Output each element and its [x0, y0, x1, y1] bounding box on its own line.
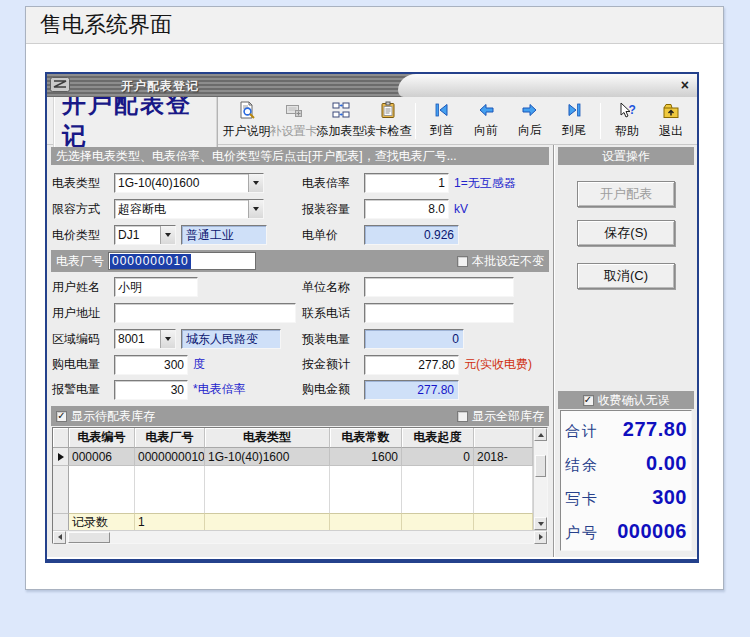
batch-fixed-checkbox[interactable]	[457, 256, 468, 267]
open-account-help-button[interactable]: 开户说明	[223, 99, 270, 143]
record-count-label: 记录数	[69, 513, 135, 530]
save-button[interactable]: 保存(S)	[577, 220, 675, 246]
col-header-start-reading: 电表起度	[402, 428, 474, 448]
toolbar-separator	[600, 103, 601, 139]
form-row: 报警电量 *电表倍率 购电金额 277.80	[52, 377, 548, 402]
write-card-value: 300	[652, 486, 687, 509]
show-pending-checkbox[interactable]	[56, 411, 67, 422]
scroll-right-icon[interactable]	[534, 531, 547, 544]
toolbar-label: 补设置卡	[270, 123, 318, 140]
hint-bar: 先选择电表类型、电表倍率、电价类型等后点击[开户配表]，查找电表厂号...	[51, 147, 549, 165]
last-record-icon	[565, 102, 583, 121]
form-row: 购电电量 度 按金额计 元(实收电费)	[52, 352, 548, 377]
alarm-qty-note: *电表倍率	[193, 381, 246, 398]
dialog-content: 先选择电表类型、电表倍率、电价类型等后点击[开户配表]，查找电表厂号... 电表…	[47, 145, 697, 557]
factory-no-input[interactable]: 0000000010	[108, 252, 256, 270]
next-record-icon	[521, 102, 539, 121]
cell-factory-no: 0000000010	[135, 448, 205, 466]
table-empty-area	[53, 466, 533, 513]
inventory-table: 电表编号 电表厂号 电表类型 电表常数 电表起度 000006 00000000	[52, 427, 548, 544]
add-meter-type-button[interactable]: 添加表型	[317, 99, 364, 143]
vertical-scroll-thumb[interactable]	[535, 455, 546, 477]
price-type-desc: 普通工业	[181, 225, 267, 245]
cell-constant: 1600	[330, 448, 402, 466]
org-name-input[interactable]	[364, 277, 514, 297]
by-amount-input[interactable]	[364, 355, 459, 375]
chevron-down-icon[interactable]	[248, 200, 263, 218]
row-marker-icon	[58, 453, 64, 461]
table-header-row: 电表编号 电表厂号 电表类型 电表常数 电表起度	[53, 428, 533, 448]
actions-header-bar: 设置操作	[558, 147, 694, 165]
scroll-left-icon[interactable]	[53, 531, 66, 544]
capacity-input[interactable]	[364, 199, 449, 219]
fee-confirm-checkbox[interactable]	[583, 395, 594, 406]
scroll-up-icon[interactable]	[534, 428, 547, 441]
go-next-button[interactable]: 向后	[508, 99, 552, 143]
titlebar-swoosh	[398, 74, 697, 97]
go-last-button[interactable]: 到尾	[552, 99, 596, 143]
unit-price-display: 0.926	[364, 225, 459, 245]
buy-amount-label: 购电金额	[302, 381, 364, 398]
chevron-down-icon[interactable]	[248, 174, 263, 192]
dialog-title: 开户配表登记	[121, 78, 199, 95]
alarm-qty-label: 报警电量	[52, 381, 114, 398]
unit-price-label: 电单价	[302, 227, 364, 244]
user-name-input[interactable]	[114, 277, 198, 297]
col-header-factory-no: 电表厂号	[135, 428, 205, 448]
assign-meter-button[interactable]: 开户配表	[577, 181, 675, 207]
doc-search-icon	[238, 101, 256, 122]
chevron-down-icon[interactable]	[160, 330, 175, 348]
total-label: 合计	[565, 422, 599, 441]
reissue-card-button[interactable]: 补设置卡	[270, 99, 317, 143]
form-row: 用户姓名 单位名称	[52, 274, 548, 300]
summary-box: 合计 277.80 结余 0.00 写卡 300 户号 000006	[560, 410, 692, 551]
phone-input[interactable]	[364, 303, 514, 323]
toolbar-label: 开户说明	[223, 123, 271, 140]
balance-value: 0.00	[646, 452, 687, 475]
account-no-value: 000006	[617, 520, 687, 543]
row-marker	[53, 448, 69, 466]
toolbar-label: 向前	[474, 122, 498, 139]
region-label: 区域编码	[52, 331, 114, 348]
prev-record-icon	[477, 102, 495, 121]
form-area: 先选择电表类型、电表倍率、电价类型等后点击[开户配表]，查找电表厂号... 电表…	[47, 145, 554, 557]
close-icon[interactable]: ×	[681, 76, 689, 94]
card-icon	[285, 101, 303, 122]
toolbar-label: 到尾	[562, 122, 586, 139]
address-input[interactable]	[114, 303, 296, 323]
toolbar-label: 到首	[430, 122, 454, 139]
cancel-button[interactable]: 取消(C)	[577, 263, 675, 289]
toolbar-label: 添加表型	[317, 123, 365, 140]
limit-mode-select[interactable]: 超容断电	[114, 199, 264, 219]
table-gutter	[53, 428, 69, 448]
exit-button[interactable]: 退出	[649, 99, 693, 143]
alarm-qty-input[interactable]	[114, 380, 188, 400]
go-prev-button[interactable]: 向前	[464, 99, 508, 143]
clipboard-icon	[379, 101, 397, 122]
cell-meter-no: 000006	[69, 448, 135, 466]
meter-type-select[interactable]: 1G-10(40)1600	[114, 173, 264, 193]
ratio-label: 电表倍率	[302, 175, 364, 192]
record-count-value: 1	[135, 513, 205, 530]
scroll-down-icon[interactable]	[534, 517, 547, 530]
col-header-constant: 电表常数	[330, 428, 402, 448]
show-all-label: 显示全部库存	[472, 408, 544, 425]
table-footer-row: 记录数 1	[53, 513, 533, 530]
chevron-down-icon[interactable]	[160, 226, 175, 244]
show-all-checkbox[interactable]	[457, 411, 468, 422]
horizontal-scrollbar[interactable]	[53, 530, 547, 543]
region-select[interactable]: 8001	[114, 329, 176, 349]
ratio-input[interactable]	[364, 173, 449, 193]
help-button[interactable]: ? 帮助	[605, 99, 649, 143]
fee-confirm-bar: 收费确认无误	[558, 391, 694, 409]
buy-qty-input[interactable]	[114, 355, 188, 375]
read-card-check-button[interactable]: 读卡检查	[364, 99, 411, 143]
price-type-select[interactable]: DJ1	[114, 225, 176, 245]
org-name-label: 单位名称	[302, 279, 364, 296]
go-first-button[interactable]: 到首	[420, 99, 464, 143]
add-meter-icon	[332, 101, 350, 122]
vertical-scrollbar[interactable]	[533, 428, 547, 530]
by-amount-note: 元(实收电费)	[464, 356, 532, 373]
table-row[interactable]: 000006 0000000010 1G-10(40)1600 1600 0 2…	[53, 448, 533, 466]
horizontal-scroll-thumb[interactable]	[68, 532, 110, 543]
